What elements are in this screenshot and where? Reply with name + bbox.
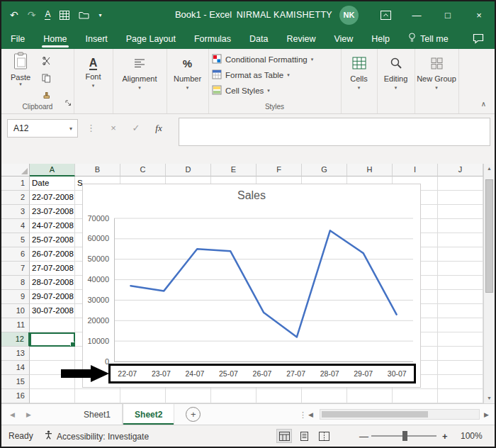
tab-page-layout[interactable]: Page Layout	[117, 28, 185, 49]
cell-A3[interactable]: 23-07-2008	[30, 205, 75, 219]
tab-file[interactable]: File	[1, 28, 34, 49]
tab-view[interactable]: View	[325, 28, 362, 49]
sheet-tab-sheet1[interactable]: Sheet1	[72, 404, 123, 425]
cell-D16[interactable]	[166, 389, 211, 403]
column-header-I[interactable]: I	[393, 164, 438, 177]
cell-A5[interactable]: 25-07-2008	[30, 233, 75, 247]
cell-B16[interactable]	[75, 389, 120, 403]
column-header-A[interactable]: A	[30, 164, 75, 177]
select-all-corner[interactable]	[1, 164, 30, 177]
insert-function-button[interactable]: fx	[149, 119, 169, 138]
normal-view-icon[interactable]	[276, 429, 292, 443]
row-header-15[interactable]: 15	[1, 375, 30, 389]
minimize-button[interactable]: —	[401, 1, 432, 28]
cells-button[interactable]: Cells ▾	[341, 49, 377, 113]
column-header-H[interactable]: H	[347, 164, 393, 177]
cell-styles-button[interactable]: Cell Styles ▾	[212, 84, 270, 98]
customize-qat-icon[interactable]: ▾	[98, 12, 101, 18]
row-header-1[interactable]: 1	[1, 177, 30, 191]
row-header-13[interactable]: 13	[1, 347, 30, 361]
cell-A2[interactable]: 22-07-2008	[30, 191, 75, 205]
cell-J3[interactable]	[438, 205, 483, 219]
row-header-9[interactable]: 9	[1, 290, 30, 304]
alignment-button[interactable]: Alignment ▾	[113, 49, 167, 113]
row-header-14[interactable]: 14	[1, 361, 30, 375]
cut-icon[interactable]	[43, 55, 51, 68]
tab-home[interactable]: Home	[34, 28, 76, 49]
name-box[interactable]: A12 ▾	[7, 119, 78, 138]
cell-A8[interactable]: 28-07-2008	[30, 276, 75, 290]
row-header-4[interactable]: 4	[1, 219, 30, 233]
number-button[interactable]: % Number ▾	[167, 49, 208, 113]
horizontal-scrollbar-thumb[interactable]	[322, 411, 428, 418]
row-header-2[interactable]: 2	[1, 191, 30, 205]
format-as-table-button[interactable]: Format as Table ▾	[212, 68, 290, 82]
column-header-G[interactable]: G	[302, 164, 347, 177]
cell-A7[interactable]: 27-07-2008	[30, 262, 75, 276]
row-header-12[interactable]: 12	[1, 332, 30, 347]
zoom-slider[interactable]	[371, 435, 436, 437]
cell-A11[interactable]	[30, 318, 75, 332]
cell-H16[interactable]	[347, 389, 393, 403]
cell-A9[interactable]: 29-07-2008	[30, 290, 75, 304]
zoom-in-button[interactable]: +	[442, 431, 448, 442]
redo-icon[interactable]: ↷	[28, 9, 36, 21]
zoom-slider-thumb[interactable]	[402, 431, 407, 441]
cell-J15[interactable]	[438, 375, 483, 389]
sheet-tab-sheet2[interactable]: Sheet2	[123, 404, 174, 425]
editing-button[interactable]: Editing ▾	[377, 49, 415, 113]
folder-icon[interactable]	[79, 11, 89, 19]
cell-C16[interactable]	[120, 389, 166, 403]
column-header-F[interactable]: F	[257, 164, 302, 177]
column-header-J[interactable]: J	[438, 164, 483, 177]
cell-I16[interactable]	[393, 389, 438, 403]
zoom-out-button[interactable]: —	[359, 431, 368, 442]
row-header-7[interactable]: 7	[1, 262, 30, 276]
cell-A16[interactable]	[30, 389, 75, 403]
hscroll-right-icon[interactable]: ▶	[484, 411, 489, 418]
zoom-percentage[interactable]: 100%	[461, 431, 483, 441]
sales-chart[interactable]: Sales 0100002000030000400005000060000700…	[82, 184, 421, 388]
cell-J1[interactable]	[438, 177, 483, 191]
column-header-B[interactable]: B	[75, 164, 120, 177]
cell-J10[interactable]	[438, 304, 483, 318]
close-button[interactable]: ×	[463, 1, 495, 28]
user-name[interactable]: NIRMAL KAMISHETTY	[237, 10, 332, 20]
column-header-E[interactable]: E	[211, 164, 257, 177]
conditional-formatting-button[interactable]: Conditional Formatting ▾	[212, 52, 313, 67]
cancel-button[interactable]: ×	[103, 119, 123, 138]
collapse-ribbon-button[interactable]: ∧	[481, 100, 486, 108]
vertical-scrollbar-thumb[interactable]	[485, 179, 493, 293]
row-header-11[interactable]: 11	[1, 318, 30, 332]
row-header-16[interactable]: 16	[1, 389, 30, 403]
clipboard-dialog-launcher-icon[interactable]	[65, 96, 72, 109]
cell-F16[interactable]	[257, 389, 302, 403]
tab-tell-me[interactable]: Tell me	[399, 28, 458, 49]
row-header-8[interactable]: 8	[1, 276, 30, 290]
row-header-3[interactable]: 3	[1, 205, 30, 219]
cell-A13[interactable]	[30, 347, 75, 361]
column-header-C[interactable]: C	[120, 164, 166, 177]
tab-formulas[interactable]: Formulas	[185, 28, 240, 49]
cell-J11[interactable]	[438, 318, 483, 332]
cell-E16[interactable]	[211, 389, 257, 403]
row-header-6[interactable]: 6	[1, 247, 30, 262]
cell-J6[interactable]	[438, 247, 483, 262]
cell-G16[interactable]	[302, 389, 347, 403]
paste-button[interactable]: Paste ▾	[5, 52, 36, 87]
comments-button[interactable]	[462, 28, 495, 49]
vertical-scrollbar[interactable]: ▲ ▼	[483, 164, 495, 403]
font-button[interactable]: A Font ▾	[74, 49, 113, 113]
maximize-button[interactable]: □	[432, 1, 463, 28]
scroll-up-icon[interactable]: ▲	[484, 166, 495, 171]
page-layout-view-icon[interactable]	[296, 429, 312, 443]
tab-data[interactable]: Data	[240, 28, 277, 49]
new-group-button[interactable]: New Group ▾	[415, 49, 458, 113]
name-box-dropdown-icon[interactable]: ▾	[64, 125, 77, 132]
formula-input[interactable]	[179, 118, 490, 146]
cell-A6[interactable]: 26-07-2008	[30, 247, 75, 262]
page-break-view-icon[interactable]	[316, 429, 332, 443]
cell-J12[interactable]	[438, 332, 483, 347]
format-painter-icon[interactable]	[42, 91, 51, 103]
tab-help[interactable]: Help	[362, 28, 399, 49]
